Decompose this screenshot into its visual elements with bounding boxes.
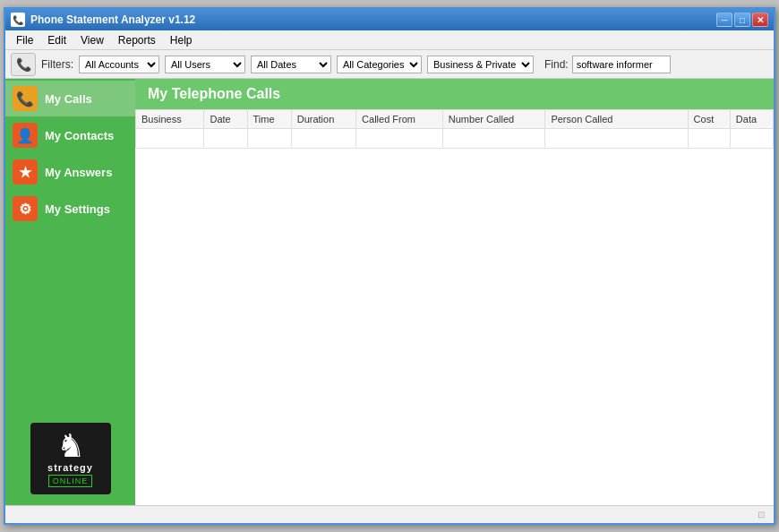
toolbar: 📞 Filters: All Accounts All Users All Da… (5, 50, 774, 79)
window-title: Phone Statement Analyzer v1.12 (30, 13, 195, 26)
sidebar-spacer (5, 227, 135, 413)
maximize-button[interactable]: □ (734, 13, 750, 27)
status-bar: ⊡ (5, 505, 774, 523)
logo-text: strategy (47, 462, 93, 473)
sidebar-item-my-contacts[interactable]: 👤 My Contacts (5, 117, 135, 153)
col-data: Data (730, 110, 773, 129)
find-input[interactable] (572, 56, 671, 73)
filter-categories[interactable]: All Categories (337, 56, 422, 73)
menu-edit[interactable]: Edit (40, 32, 73, 48)
contacts-icon: 👤 (13, 123, 38, 148)
col-called-from: Called From (356, 110, 443, 129)
menu-bar: File Edit View Reports Help (5, 30, 774, 50)
table-header: Business Date Time Duration Called From … (136, 110, 774, 129)
col-number-called: Number Called (442, 110, 545, 129)
title-bar: 📞 Phone Statement Analyzer v1.12 ─ □ ✕ (5, 9, 774, 30)
close-button[interactable]: ✕ (752, 13, 768, 27)
sidebar-label-my-contacts: My Contacts (45, 129, 114, 142)
sidebar-item-my-answers[interactable]: ★ My Answers (5, 154, 135, 190)
filter-dates[interactable]: All Dates (251, 56, 331, 73)
filter-users[interactable]: All Users (165, 56, 245, 73)
window-controls: ─ □ ✕ (716, 13, 768, 27)
menu-view[interactable]: View (73, 32, 111, 48)
menu-reports[interactable]: Reports (111, 32, 163, 48)
sidebar-label-my-calls: My Calls (45, 92, 92, 106)
find-label: Find: (544, 58, 569, 71)
sidebar-label-my-settings: My Settings (45, 202, 110, 216)
sidebar-item-my-calls[interactable]: 📞 My Calls (5, 81, 135, 116)
toolbar-icon-phone[interactable]: 📞 (11, 53, 36, 76)
table-wrapper[interactable]: Business Date Time Duration Called From … (135, 109, 774, 505)
col-cost: Cost (688, 110, 730, 129)
col-person-called: Person Called (545, 110, 688, 129)
answers-icon: ★ (13, 159, 38, 184)
sidebar: 📞 My Calls 👤 My Contacts ★ My Answers ⚙ … (5, 79, 135, 505)
sidebar-item-my-settings[interactable]: ⚙ My Settings (5, 191, 135, 227)
table-body (136, 129, 774, 149)
content-panel: My Telephone Calls Business Date Time Du… (135, 79, 774, 505)
table-header-row: Business Date Time Duration Called From … (136, 110, 774, 129)
menu-help[interactable]: Help (163, 32, 200, 48)
sidebar-label-my-answers: My Answers (45, 166, 112, 179)
content-header: My Telephone Calls (135, 79, 774, 109)
col-business: Business (136, 110, 204, 129)
menu-file[interactable]: File (9, 32, 40, 48)
filter-type[interactable]: Business & Private Business Private (427, 56, 534, 73)
col-duration: Duration (291, 110, 355, 129)
col-time: Time (247, 110, 291, 129)
table-row-empty (136, 129, 774, 149)
title-bar-left: 📞 Phone Statement Analyzer v1.12 (11, 13, 195, 27)
logo-chess-icon: ♞ (56, 430, 85, 462)
filter-accounts[interactable]: All Accounts (79, 56, 159, 73)
minimize-button[interactable]: ─ (716, 13, 732, 27)
settings-icon: ⚙ (13, 196, 38, 221)
logo-sub: ONLINE (48, 475, 93, 487)
app-icon: 📞 (11, 13, 25, 27)
calls-icon: 📞 (13, 86, 38, 111)
filter-label: Filters: (41, 58, 73, 71)
resize-grip[interactable]: ⊡ (754, 508, 768, 522)
main-window: 📞 Phone Statement Analyzer v1.12 ─ □ ✕ F… (4, 7, 775, 525)
main-area: 📞 My Calls 👤 My Contacts ★ My Answers ⚙ … (5, 79, 774, 505)
calls-table: Business Date Time Duration Called From … (135, 109, 774, 149)
col-date: Date (204, 110, 247, 129)
find-group: Find: (544, 56, 671, 73)
sidebar-logo: ♞ strategy ONLINE (30, 423, 111, 494)
